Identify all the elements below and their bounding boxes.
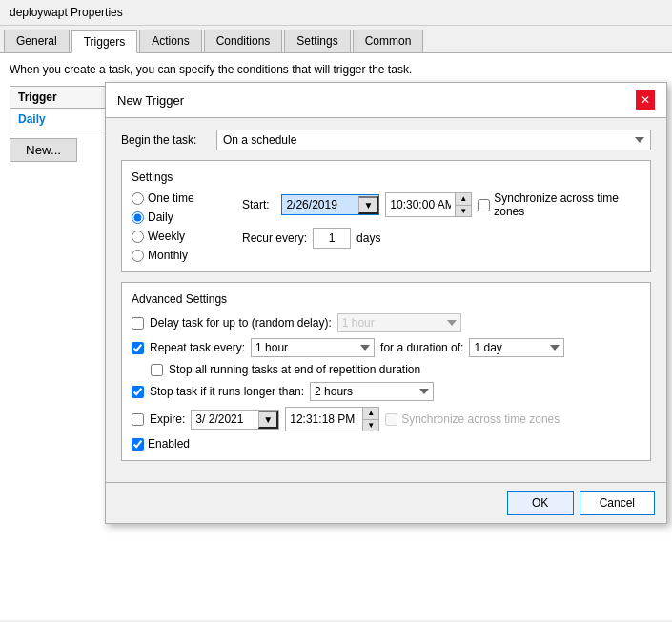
begin-task-row: Begin the task: On a schedule	[121, 130, 651, 150]
for-duration-select[interactable]: 1 day	[469, 338, 564, 357]
new-trigger-dialog: New Trigger ✕ Begin the task: On a sched…	[105, 82, 667, 524]
dialog-title-bar: New Trigger ✕	[106, 83, 666, 118]
sync-checkbox[interactable]	[478, 199, 490, 211]
start-time-field[interactable]	[386, 195, 455, 214]
expire-sync-checkbox[interactable]	[385, 413, 397, 426]
stop-running-checkbox[interactable]	[151, 364, 163, 376]
tab-conditions[interactable]: Conditions	[204, 30, 283, 52]
settings-box: Settings One time Daily	[121, 160, 651, 272]
stop-task-checkbox[interactable]	[132, 386, 144, 398]
time-spinner: ▲ ▼	[455, 193, 471, 216]
radio-weekly[interactable]: Weekly	[132, 230, 227, 243]
start-date-input[interactable]: ▼	[281, 194, 379, 215]
tab-common[interactable]: Common	[353, 30, 424, 52]
tab-settings[interactable]: Settings	[284, 30, 350, 52]
radio-one-time[interactable]: One time	[132, 191, 227, 205]
repeat-task-row: Repeat task every: 1 hour for a duration…	[132, 338, 641, 357]
repeat-task-label: Repeat task every:	[150, 341, 245, 354]
date-dropdown-button[interactable]: ▼	[358, 196, 378, 214]
stop-running-row: Stop all running tasks at end of repetit…	[132, 363, 641, 376]
time-down-button[interactable]: ▼	[456, 206, 471, 217]
tab-bar: General Triggers Actions Conditions Sett…	[0, 26, 672, 53]
radio-monthly[interactable]: Monthly	[132, 249, 227, 262]
stop-task-row: Stop task if it runs longer than: 2 hour…	[132, 382, 641, 401]
tab-actions[interactable]: Actions	[139, 30, 201, 52]
expire-row: Expire: 3/ 2/2021 ▼ 12:31:18 PM ▲ ▼	[132, 407, 641, 431]
stop-task-select[interactable]: 2 hours	[310, 382, 434, 401]
info-text: When you create a task, you can specify …	[10, 63, 662, 76]
recur-every-label: Recur every:	[242, 231, 307, 245]
start-date-field[interactable]	[282, 195, 358, 214]
expire-date-dropdown-button[interactable]: ▼	[258, 411, 278, 429]
dialog-body: Begin the task: On a schedule Settings O…	[106, 118, 666, 482]
settings-content: One time Daily Weekly Monthly	[132, 191, 641, 262]
stop-task-label: Stop task if it runs longer than:	[150, 385, 304, 398]
recur-row: Recur every: days	[242, 228, 641, 249]
expire-time-down-button[interactable]: ▼	[363, 420, 378, 431]
window-title: deploywapt Properties	[10, 6, 123, 19]
expire-time-up-button[interactable]: ▲	[363, 408, 378, 420]
expire-date-input[interactable]: 3/ 2/2021 ▼	[191, 410, 279, 430]
recur-unit: days	[356, 231, 380, 245]
enabled-label: Enabled	[148, 437, 190, 451]
new-button[interactable]: New...	[10, 138, 77, 162]
enabled-checkbox[interactable]	[132, 438, 144, 451]
begin-task-select[interactable]: On a schedule	[216, 130, 651, 150]
start-label: Start:	[242, 198, 275, 211]
title-bar: deploywapt Properties	[0, 0, 672, 26]
repeat-task-checkbox[interactable]	[132, 342, 144, 354]
delay-task-row: Delay task for up to (random delay): 1 h…	[132, 313, 641, 332]
enabled-row: Enabled	[132, 437, 641, 451]
expire-time-input[interactable]: 12:31:18 PM ▲ ▼	[285, 407, 379, 431]
begin-task-label: Begin the task:	[121, 133, 216, 147]
advanced-settings-section: Advanced Settings Delay task for up to (…	[121, 282, 651, 461]
time-up-button[interactable]: ▲	[456, 193, 471, 206]
expire-label: Expire:	[150, 412, 185, 426]
expire-time-text: 12:31:18 PM	[286, 411, 362, 428]
repeat-task-select[interactable]: 1 hour	[251, 338, 375, 357]
for-duration-label: for a duration of:	[380, 341, 463, 354]
dialog-close-button[interactable]: ✕	[636, 90, 655, 110]
cancel-button[interactable]: Cancel	[580, 491, 655, 515]
sync-check[interactable]: Synchronize across time zones	[478, 191, 641, 218]
expire-time-spinner: ▲ ▼	[362, 408, 378, 431]
dialog-title: New Trigger	[117, 93, 184, 108]
settings-label: Settings	[132, 171, 641, 184]
ok-button[interactable]: OK	[507, 491, 574, 515]
delay-task-label: Delay task for up to (random delay):	[150, 316, 332, 330]
radio-daily[interactable]: Daily	[132, 211, 227, 224]
expire-checkbox[interactable]	[132, 413, 144, 426]
schedule-right: Start: ▼ ▲ ▼	[227, 191, 641, 262]
radio-group: One time Daily Weekly Monthly	[132, 191, 227, 262]
start-row: Start: ▼ ▲ ▼	[242, 191, 641, 218]
tab-triggers[interactable]: Triggers	[71, 30, 138, 53]
recur-input[interactable]	[313, 228, 351, 249]
advanced-settings-title: Advanced Settings	[132, 292, 641, 306]
expire-sync-check[interactable]: Synchronize across time zones	[385, 412, 560, 426]
start-time-input[interactable]: ▲ ▼	[385, 192, 472, 217]
delay-task-select[interactable]: 1 hour	[337, 313, 461, 332]
tab-general[interactable]: General	[4, 30, 70, 52]
expire-date-text: 3/ 2/2021	[192, 411, 258, 428]
main-area: When you create a task, you can specify …	[0, 53, 672, 620]
stop-running-label: Stop all running tasks at end of repetit…	[169, 363, 420, 376]
dialog-buttons: OK Cancel	[106, 482, 666, 523]
delay-task-checkbox[interactable]	[132, 317, 144, 330]
